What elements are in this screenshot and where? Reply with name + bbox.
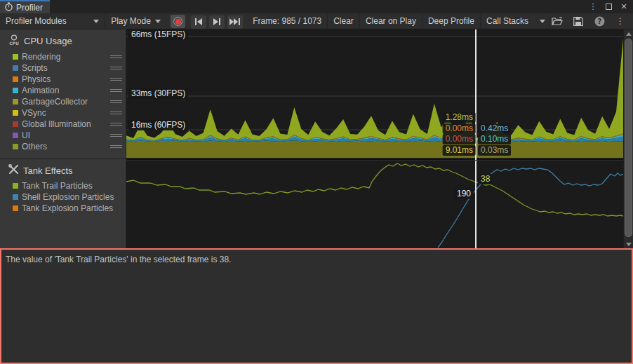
drag-handle-icon[interactable] [110, 65, 122, 71]
profiler-window: Profiler ⋮ ✕ Profiler Modules Play Mode [0, 0, 633, 364]
legend-color-swatch [13, 133, 18, 138]
svg-text:?: ? [597, 18, 601, 25]
legend-item-ui[interactable]: UI [0, 130, 126, 141]
chevron-down-icon [540, 20, 545, 23]
legend-label: Shell Explosion Particles [22, 192, 126, 202]
drag-handle-icon[interactable] [110, 54, 122, 60]
tank-chart-canvas [126, 161, 623, 248]
legend-color-swatch [13, 76, 18, 82]
frame-value-label: 38 [478, 174, 493, 184]
drag-handle-icon[interactable] [110, 110, 122, 116]
legend-color-swatch [13, 205, 18, 211]
vertical-scrollbar[interactable] [623, 29, 633, 248]
profiler-modules-label: Profiler Modules [6, 16, 67, 26]
selected-frame-message: The value of 'Tank Trail Particles' in t… [1, 250, 632, 269]
legend-color-swatch [13, 183, 18, 189]
legend-item-global-illumination[interactable]: Global Illumination [0, 119, 126, 130]
module-sidebar: CPUCPU UsageRenderingScriptsPhysicsAnima… [0, 29, 126, 248]
save-profile-button[interactable] [571, 14, 585, 28]
save-icon [573, 17, 583, 26]
cpu-chart-canvas [126, 29, 623, 160]
frame-value-label: 0.00ms [443, 134, 476, 144]
legend-item-physics[interactable]: Physics [0, 74, 126, 85]
legend-color-swatch [13, 54, 18, 60]
deep-profile-button[interactable]: Deep Profile [422, 13, 481, 29]
tank-effects-chart[interactable]: 38190 [126, 160, 623, 248]
drag-handle-icon[interactable] [110, 121, 122, 127]
legend-label: UI [22, 130, 110, 140]
legend-item-scripts[interactable]: Scripts [0, 62, 126, 74]
tab-title: Profiler [16, 3, 43, 13]
skip-forward-icon [229, 18, 241, 25]
stopwatch-icon [4, 2, 13, 13]
scrollbar-thumb[interactable] [625, 39, 632, 237]
legend-item-shell-explosion-particles[interactable]: Shell Explosion Particles [0, 191, 126, 203]
module-details-panel[interactable]: The value of 'Tank Trail Particles' in t… [0, 248, 633, 364]
legend-label: Tank Trail Particles [22, 181, 126, 191]
cpu-icon: CPU [8, 34, 20, 48]
legend-item-rendering[interactable]: Rendering [0, 51, 126, 62]
frame-value-label: 0.00ms [443, 123, 476, 134]
drag-handle-icon[interactable] [110, 76, 122, 82]
clear-on-play-button[interactable]: Clear on Play [360, 13, 422, 29]
maximize-icon[interactable] [602, 1, 615, 13]
frame-value-label: 0.10ms [478, 134, 511, 144]
drag-handle-icon[interactable] [110, 88, 122, 93]
legend-item-animation[interactable]: Animation [0, 85, 126, 96]
call-stacks-label: Call Stacks [486, 16, 528, 26]
next-frame-button[interactable] [209, 15, 225, 29]
scroll-up-icon[interactable] [624, 29, 633, 38]
cpu-usage-chart[interactable]: 66ms (15FPS)33ms (30FPS)16ms (60FPS)1.28… [126, 29, 623, 160]
module-tank-effects: Tank EffectsTank Trail ParticlesShell Ex… [0, 159, 126, 214]
record-button[interactable] [171, 15, 185, 28]
title-bar: Profiler ⋮ ✕ [0, 0, 633, 13]
tab-profiler[interactable]: Profiler [0, 0, 50, 13]
deep-profile-label: Deep Profile [428, 16, 474, 26]
drag-handle-icon[interactable] [110, 133, 122, 138]
legend-color-swatch [13, 99, 18, 105]
window-menu-icon[interactable]: ⋮ [587, 1, 599, 13]
svg-text:CPU: CPU [9, 41, 19, 46]
drag-handle-icon[interactable] [110, 99, 122, 105]
module-header[interactable]: Tank Effects [0, 162, 126, 180]
help-icon: ? [594, 16, 605, 27]
legend-item-vsync[interactable]: VSync [0, 107, 126, 119]
legend-label: Physics [22, 74, 110, 84]
skip-back-icon [194, 18, 203, 25]
module-cpu-usage: CPUCPU UsageRenderingScriptsPhysicsAnima… [0, 29, 126, 159]
call-stacks-dropdown[interactable] [534, 13, 550, 29]
load-profile-button[interactable] [550, 14, 564, 28]
clear-label: Clear [333, 16, 354, 26]
toolbar-menu-button[interactable]: ⋮ [613, 14, 627, 28]
close-icon[interactable]: ✕ [618, 1, 630, 13]
frame-value-label: 190 [454, 189, 474, 199]
legend-label: Others [22, 142, 110, 151]
profiler-modules-dropdown[interactable]: Profiler Modules [0, 13, 105, 29]
legend-item-tank-explosion-particles[interactable]: Tank Explosion Particles [0, 203, 126, 214]
chart-area: 66ms (15FPS)33ms (30FPS)16ms (60FPS)1.28… [126, 29, 623, 248]
call-stacks-button[interactable]: Call Stacks [481, 13, 534, 29]
legend-item-garbagecollector[interactable]: GarbageCollector [0, 96, 126, 107]
chevron-down-icon [93, 20, 99, 23]
prev-frame-button[interactable] [191, 15, 206, 29]
frame-value-label: 9.01ms [443, 145, 476, 156]
last-frame-button[interactable] [227, 15, 243, 29]
kebab-icon: ⋮ [616, 16, 625, 26]
legend-item-tank-trail-particles[interactable]: Tank Trail Particles [0, 180, 126, 191]
clear-on-play-label: Clear on Play [366, 16, 416, 26]
chevron-down-icon [155, 20, 161, 23]
frame-value-label: 0.03ms [478, 145, 511, 156]
scroll-down-icon[interactable] [624, 240, 633, 248]
legend-item-others[interactable]: Others [0, 141, 126, 152]
frame-label: Frame: 985 / 1073 [253, 16, 321, 26]
module-header[interactable]: CPUCPU Usage [0, 32, 126, 51]
legend-label: Tank Explosion Particles [22, 203, 126, 213]
drag-handle-icon[interactable] [110, 144, 122, 149]
help-button[interactable]: ? [592, 14, 606, 28]
play-mode-dropdown[interactable]: Play Mode [105, 13, 166, 29]
toolbar: Profiler Modules Play Mode Frame: 985 / … [0, 13, 633, 29]
legend-color-swatch [13, 88, 18, 93]
clear-button[interactable]: Clear [328, 13, 360, 29]
legend-label: Global Illumination [22, 119, 110, 129]
frame-value-label: 0.42ms [478, 123, 511, 134]
